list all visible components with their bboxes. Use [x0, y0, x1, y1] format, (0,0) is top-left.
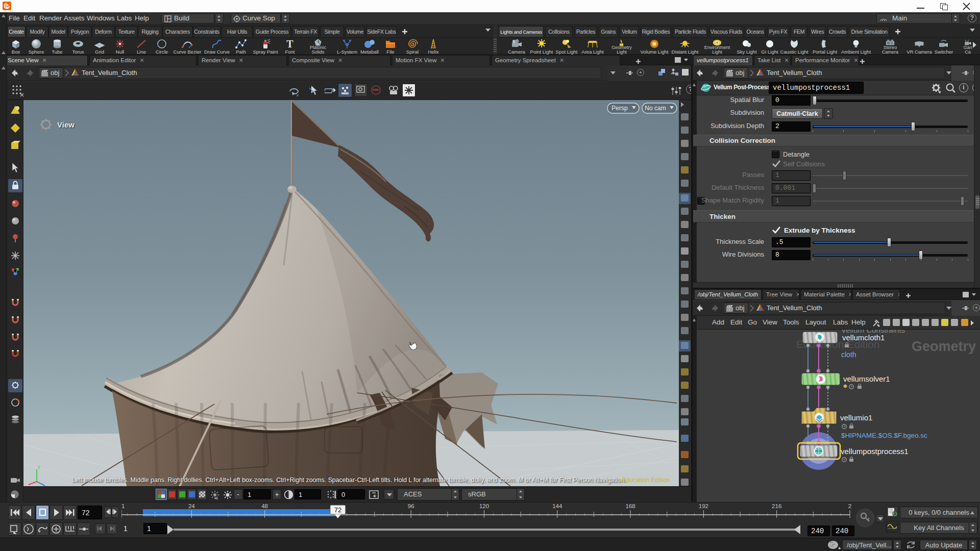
- svg-text:Left mouse tumbles. Middle pan: Left mouse tumbles. Middle pans. Right d…: [72, 477, 626, 484]
- svg-text:View: View: [57, 120, 75, 129]
- svg-text:120: 120: [479, 503, 489, 509]
- svg-text:y: y: [38, 464, 40, 469]
- svg-text:144: 144: [552, 503, 562, 509]
- svg-text:168: 168: [626, 503, 635, 509]
- svg-text:1: 1: [121, 503, 125, 509]
- svg-text:Education Edition: Education Edition: [622, 477, 670, 484]
- svg-text:Persp: Persp: [611, 105, 628, 112]
- svg-text:48: 48: [261, 503, 268, 509]
- svg-text:Geometry: Geometry: [912, 339, 976, 354]
- svg-text:2: 2: [848, 503, 851, 509]
- svg-text:T: T: [286, 38, 293, 49]
- svg-text:192: 192: [699, 503, 708, 509]
- svg-text:72: 72: [334, 506, 341, 514]
- svg-text:vellumpostprocess1: vellumpostprocess1: [841, 447, 909, 456]
- svg-text:24: 24: [188, 503, 195, 509]
- svg-text:cloth: cloth: [841, 350, 856, 359]
- svg-text:216: 216: [772, 503, 781, 509]
- svg-text:vellumcloth1: vellumcloth1: [842, 333, 885, 342]
- svg-text:vellumio1: vellumio1: [840, 413, 872, 422]
- svg-text:$HIPNAME.$OS.$F.bgeo.sc: $HIPNAME.$OS.$F.bgeo.sc: [841, 432, 927, 439]
- svg-text:vellumsolver1: vellumsolver1: [843, 374, 890, 383]
- svg-text:96: 96: [408, 503, 414, 509]
